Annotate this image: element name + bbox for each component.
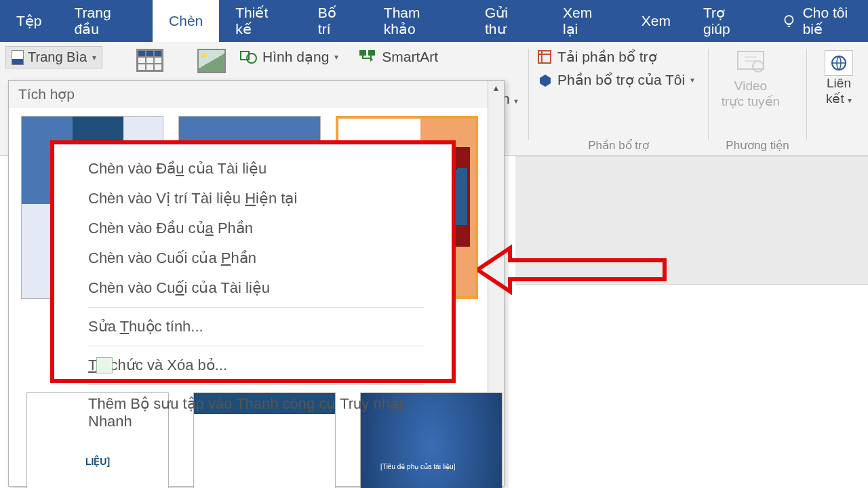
organize-icon <box>96 357 113 373</box>
tab-bo-tri[interactable]: Bố trí <box>302 0 368 42</box>
smartart-button[interactable]: SmartArt <box>359 49 438 65</box>
chevron-down-icon: ▾ <box>690 75 694 85</box>
link-icon <box>830 54 848 72</box>
get-addins-label: Tải phần bổ trợ <box>557 49 657 65</box>
shapes-label: Hình dạng <box>262 49 329 65</box>
menu-divider <box>88 346 425 346</box>
menu-insert-end-section[interactable]: Chèn vào Cuối của Phần <box>88 243 452 273</box>
cover-page-button[interactable]: Trang Bìa ▾ <box>5 46 102 68</box>
tab-xem-lai[interactable]: Xem lại <box>547 0 625 42</box>
arrow-annotation <box>477 244 667 296</box>
chevron-down-icon: ▾ <box>92 53 96 62</box>
ribbon-tabs: Tệp Trang đầu Chèn Thiết kế Bố trí Tham … <box>0 0 868 42</box>
store-icon <box>537 49 552 64</box>
menu-add-to-qat[interactable]: Thêm Bộ sưu tập vào Thanh công cụ Truy n… <box>88 389 452 436</box>
menu-insert-current-pos[interactable]: Chèn vào Vị trí Tài liệu Hiện tại <box>88 184 452 214</box>
my-addins-label: Phần bổ trợ của Tôi <box>557 72 685 88</box>
lightbulb-icon <box>782 14 796 28</box>
shapes-button[interactable]: Hình dạng ▾ <box>239 49 338 65</box>
tab-tham-khao[interactable]: Tham khảo <box>368 0 469 42</box>
scroll-up-icon[interactable]: ▲ <box>492 81 500 96</box>
menu-organize-delete[interactable]: Tổ chức và Xóa bỏ... <box>88 350 452 380</box>
svg-rect-6 <box>738 52 764 69</box>
media-group-label: Phương tiện <box>717 138 798 152</box>
chevron-down-icon: ▾ <box>334 52 338 62</box>
get-addins-button[interactable]: Tải phần bổ trợ <box>537 49 700 65</box>
smartart-label: SmartArt <box>382 49 438 65</box>
shapes-icon <box>239 49 257 65</box>
tab-chen[interactable]: Chèn <box>153 0 219 42</box>
menu-divider <box>88 307 425 308</box>
svg-point-0 <box>785 16 793 24</box>
cover-page-icon <box>12 50 24 65</box>
svg-rect-5 <box>538 51 551 63</box>
tell-me-label: Cho tôi biế <box>803 5 868 37</box>
menu-edit-properties[interactable]: Sửa Thuộc tính... <box>88 312 452 342</box>
link-button[interactable]: Liên kết ▾ <box>815 46 863 107</box>
svg-rect-4 <box>368 50 375 56</box>
menu-insert-beginning-section[interactable]: Chèn vào Đầu của Phần <box>88 214 452 243</box>
video-icon <box>736 50 765 76</box>
tab-gui-thu[interactable]: Gửi thư <box>469 0 547 42</box>
tab-xem[interactable]: Xem <box>625 0 687 42</box>
menu-insert-beginning-doc[interactable]: Chèn vào Đầu của Tài liệu <box>88 154 452 184</box>
context-menu: Chèn vào Đầu của Tài liệu Chèn vào Vị tr… <box>50 140 456 383</box>
menu-divider <box>88 384 425 385</box>
tab-tep[interactable]: Tệp <box>0 0 58 42</box>
svg-point-7 <box>753 61 764 72</box>
gallery-header: Tích hợp <box>9 81 504 108</box>
tell-me[interactable]: Cho tôi biế <box>782 5 868 37</box>
addins-icon <box>537 73 552 87</box>
cover-page-label: Trang Bìa <box>28 49 87 65</box>
tab-thiet-ke[interactable]: Thiết kế <box>219 0 302 42</box>
my-addins-button[interactable]: Phần bổ trợ của Tôi ▾ <box>537 72 700 88</box>
addins-group-label: Phần bổ trợ <box>537 138 700 152</box>
table-icon[interactable] <box>136 49 163 72</box>
tab-tro-giup[interactable]: Trợ giúp <box>687 0 770 42</box>
menu-insert-end-doc[interactable]: Chèn vào Cuối của Tài liệu <box>88 273 452 303</box>
svg-rect-3 <box>359 50 366 56</box>
tab-trang-dau[interactable]: Trang đầu <box>58 0 153 42</box>
pictures-icon[interactable] <box>197 49 226 73</box>
smartart-icon <box>359 49 376 64</box>
svg-marker-9 <box>477 248 665 291</box>
online-video-button: Video trực tuyến <box>717 46 785 110</box>
